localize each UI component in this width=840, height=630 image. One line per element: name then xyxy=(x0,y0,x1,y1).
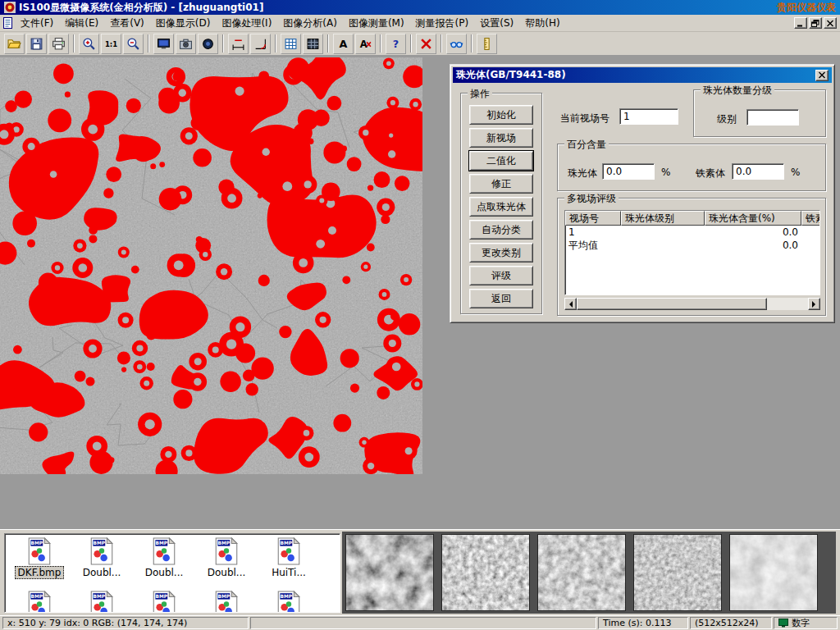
status-bar: x: 510 y: 79 idx: 0 RGB: (174, 174, 174)… xyxy=(0,615,840,630)
file-item-4[interactable]: BMPHuiTi... xyxy=(258,537,320,579)
file-item-partial-0[interactable]: BMP xyxy=(8,591,71,613)
pearlite-dialog: 珠光体(GB/T9441-88) 操作 初始化新视场二值化修正点取珠光体自动分类… xyxy=(450,64,835,323)
thumbnail-5[interactable] xyxy=(729,534,818,611)
op-correct-button[interactable]: 修正 xyxy=(469,174,533,194)
grid-dark-button[interactable] xyxy=(303,34,323,54)
op-pick-pearlite-button[interactable]: 点取珠光体 xyxy=(469,197,533,217)
ferrite-label: 铁素体 xyxy=(696,167,725,180)
preview-icon xyxy=(450,37,463,51)
thumbnail-2[interactable] xyxy=(441,534,530,611)
actual-size-button[interactable]: 1:1 xyxy=(101,34,121,54)
op-auto-classify-button[interactable]: 自动分类 xyxy=(469,220,533,240)
menu-edit[interactable]: 编辑(E) xyxy=(59,15,104,32)
grid-button[interactable] xyxy=(281,34,301,54)
file-item-partial-4[interactable]: BMP xyxy=(258,591,320,613)
measure-distance-button[interactable] xyxy=(228,34,249,54)
pearlite-label: 珠光体 xyxy=(568,167,597,180)
mdi-close-button[interactable] xyxy=(824,17,837,29)
op-return-button[interactable]: 返回 xyxy=(469,289,533,308)
close-image-icon xyxy=(419,37,433,51)
help-icon: ? xyxy=(389,37,403,51)
text-button[interactable]: A xyxy=(333,34,354,54)
level-input[interactable] xyxy=(746,109,799,126)
display-button[interactable] xyxy=(153,34,174,54)
menu-view[interactable]: 查看(V) xyxy=(104,15,150,32)
file-item-partial-3[interactable]: BMP xyxy=(195,591,258,613)
ruler-button[interactable] xyxy=(477,34,497,54)
mf-row-0[interactable]: 10.0 xyxy=(565,226,819,239)
file-item-3[interactable]: BMPDoubl... xyxy=(195,537,258,579)
multifield-group-label: 多视场评级 xyxy=(564,192,619,206)
camera-button[interactable] xyxy=(176,34,196,54)
open-button[interactable] xyxy=(4,34,25,54)
measure-angle-button[interactable] xyxy=(250,34,271,54)
file-item-partial-1[interactable]: BMP xyxy=(71,591,133,613)
help-button[interactable]: ? xyxy=(386,34,406,54)
menu-image-measure[interactable]: 图像测量(M) xyxy=(343,15,410,32)
level-label: 级别 xyxy=(717,112,737,126)
menu-measure-report[interactable]: 测量报告(P) xyxy=(410,15,475,32)
file-item-0[interactable]: BMPDKF.bmp xyxy=(8,537,71,579)
scroll-left-button[interactable] xyxy=(564,298,577,310)
op-new-field-button[interactable]: 新视场 xyxy=(469,128,533,148)
zoom-out-icon xyxy=(126,37,140,51)
save-button[interactable] xyxy=(26,34,47,54)
mdi-child-icon xyxy=(2,16,15,30)
app-icon xyxy=(4,2,16,13)
thumbnail-4[interactable] xyxy=(633,534,722,611)
capture-button[interactable] xyxy=(198,34,218,54)
mdi-restore-button[interactable] xyxy=(809,17,822,29)
dialog-close-button[interactable] xyxy=(815,70,829,81)
thumbnail-3[interactable] xyxy=(537,534,626,611)
text-delete-button[interactable]: A xyxy=(355,34,376,54)
op-binarize-button[interactable]: 二值化 xyxy=(469,151,533,171)
op-change-class-button[interactable]: 更改类别 xyxy=(469,243,533,262)
file-label: Doubl... xyxy=(142,566,187,579)
title-bar[interactable]: IS100显微摄像系统(金相分析版) - [zhuguangti01] 贵阳仪器… xyxy=(0,0,840,15)
mf-column-3[interactable]: 铁素体级别 xyxy=(801,211,820,226)
op-rate-button[interactable]: 评级 xyxy=(469,266,533,285)
file-item-partial-2[interactable]: BMP xyxy=(133,591,195,613)
ruler-icon xyxy=(480,37,494,51)
file-item-1[interactable]: BMPDoubl... xyxy=(71,537,133,579)
toolbar-separator xyxy=(275,34,276,52)
op-initialize-button[interactable]: 初始化 xyxy=(469,105,533,125)
zoom-out-button[interactable] xyxy=(123,34,144,54)
menu-help[interactable]: 帮助(H) xyxy=(519,15,565,32)
table-hscrollbar[interactable] xyxy=(564,298,820,310)
toolbar-separator xyxy=(380,34,381,52)
multifield-table[interactable]: 视场号珠光体级别珠光体含量(%)铁素体级别 10.0平均值0.0 xyxy=(564,210,820,295)
mf-cell xyxy=(801,226,820,239)
mf-row-1[interactable]: 平均值0.0 xyxy=(565,239,819,252)
close-image-button[interactable] xyxy=(416,34,436,54)
file-item-2[interactable]: BMPDoubl... xyxy=(133,537,195,579)
current-field-input[interactable] xyxy=(619,108,678,125)
menu-image-process[interactable]: 图像处理(I) xyxy=(216,15,277,32)
mdi-minimize-button[interactable] xyxy=(794,17,807,29)
svg-text:BMP: BMP xyxy=(281,594,293,599)
menu-settings[interactable]: 设置(S) xyxy=(474,15,519,32)
ferrite-percent-input[interactable] xyxy=(732,163,784,180)
file-list[interactable]: BMPDKF.bmpBMPDoubl...BMPDoubl...BMPDoubl… xyxy=(4,533,340,613)
vendor-watermark: 贵阳仪器仪表 xyxy=(777,1,836,15)
pearlite-percent-input[interactable] xyxy=(602,163,655,180)
menu-image-display[interactable]: 图像显示(D) xyxy=(150,15,217,32)
specimen-image[interactable] xyxy=(0,57,422,474)
mf-column-2[interactable]: 珠光体含量(%) xyxy=(705,211,801,226)
scrollbar-track[interactable] xyxy=(577,298,808,310)
file-label: Doubl... xyxy=(204,566,249,579)
thumbnail-1[interactable] xyxy=(345,534,434,611)
scrollbar-thumb[interactable] xyxy=(577,298,767,310)
mf-column-1[interactable]: 珠光体级别 xyxy=(621,211,705,226)
status-time: Time (s): 0.113 xyxy=(598,617,688,629)
toolbar-separator xyxy=(73,34,75,52)
zoom-in-button[interactable] xyxy=(79,34,99,54)
menu-image-analysis[interactable]: 图像分析(A) xyxy=(277,15,343,32)
mf-column-0[interactable]: 视场号 xyxy=(565,211,621,226)
dialog-title-bar[interactable]: 珠光体(GB/T9441-88) xyxy=(453,67,832,83)
print-button[interactable] xyxy=(48,34,69,54)
menu-file[interactable]: 文件(F) xyxy=(15,15,59,32)
status-filler xyxy=(250,617,596,629)
scroll-right-button[interactable] xyxy=(808,298,820,310)
preview-button[interactable] xyxy=(446,34,467,54)
